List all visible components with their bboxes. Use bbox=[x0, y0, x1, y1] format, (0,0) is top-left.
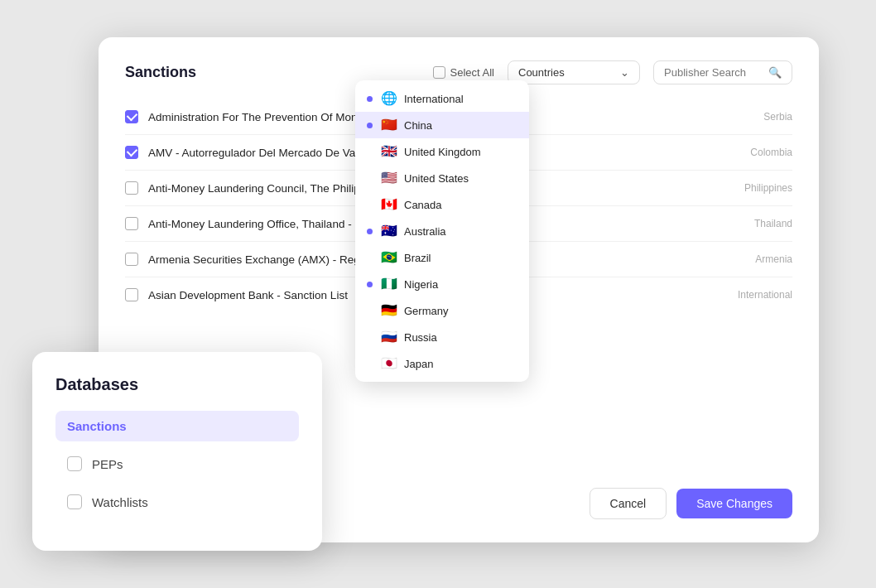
country-option[interactable]: 🇷🇺Russia bbox=[355, 324, 529, 350]
selected-indicator bbox=[367, 96, 373, 102]
countries-dropdown[interactable]: Countries ⌄ bbox=[508, 60, 640, 84]
flag-icon: 🇳🇬 bbox=[381, 277, 397, 291]
select-all-text: Select All bbox=[450, 66, 494, 79]
item-country: Philippines bbox=[726, 182, 792, 194]
chevron-down-icon: ⌄ bbox=[620, 66, 629, 79]
country-option[interactable]: 🇧🇷Brazil bbox=[355, 244, 529, 271]
flag-icon: 🇦🇺 bbox=[381, 224, 397, 238]
select-all-checkbox[interactable] bbox=[433, 66, 445, 79]
cancel-button[interactable]: Cancel bbox=[590, 488, 667, 519]
country-option[interactable]: 🇩🇪Germany bbox=[355, 297, 529, 324]
flag-icon: 🇨🇳 bbox=[381, 118, 397, 132]
item-checkbox[interactable] bbox=[125, 288, 138, 301]
flag-icon: 🇷🇺 bbox=[381, 330, 397, 344]
search-icon: 🔍 bbox=[768, 66, 782, 79]
sidebar-item-label: PEPs bbox=[92, 457, 123, 471]
country-option[interactable]: 🇳🇬Nigeria bbox=[355, 271, 529, 297]
selected-indicator bbox=[367, 229, 373, 234]
flag-icon: 🇬🇧 bbox=[381, 145, 397, 158]
country-option[interactable]: 🌐International bbox=[355, 85, 529, 112]
sidebar-item-peps[interactable]: PEPs bbox=[55, 448, 299, 480]
item-country: Colombia bbox=[726, 147, 792, 158]
sidebar-item-watchlists[interactable]: Watchlists bbox=[55, 486, 299, 518]
country-option[interactable]: 🇨🇳China bbox=[355, 112, 529, 138]
select-all-label[interactable]: Select All bbox=[433, 66, 494, 79]
sidebar-items-list: SanctionsPEPsWatchlists bbox=[55, 411, 299, 518]
item-checkbox[interactable] bbox=[125, 110, 138, 123]
country-name: United States bbox=[404, 172, 469, 185]
modal-title: Sanctions bbox=[125, 64, 196, 81]
selected-indicator bbox=[367, 282, 373, 287]
item-checkbox[interactable] bbox=[125, 146, 138, 159]
item-country: Armenia bbox=[726, 253, 792, 265]
databases-sidebar: Databases SanctionsPEPsWatchlists bbox=[32, 352, 322, 551]
country-name: United Kingdom bbox=[404, 146, 481, 158]
sidebar-title: Databases bbox=[55, 375, 299, 394]
flag-icon: 🌐 bbox=[381, 92, 397, 105]
sidebar-item-label: Sanctions bbox=[67, 419, 127, 433]
item-checkbox[interactable] bbox=[125, 217, 138, 230]
sidebar-checkbox[interactable] bbox=[67, 494, 82, 509]
save-changes-button[interactable]: Save Changes bbox=[676, 489, 792, 518]
item-checkbox[interactable] bbox=[125, 181, 138, 195]
country-option[interactable]: 🇬🇧United Kingdom bbox=[355, 138, 529, 165]
countries-label: Countries bbox=[518, 66, 565, 79]
country-name: Canada bbox=[404, 199, 442, 211]
countries-dropdown-popup: 🌐International🇨🇳China🇬🇧United Kingdom🇺🇸U… bbox=[355, 80, 529, 382]
item-country: International bbox=[726, 289, 792, 301]
sidebar-item-label: Watchlists bbox=[92, 495, 148, 509]
flag-icon: 🇨🇦 bbox=[381, 198, 397, 211]
country-name: Germany bbox=[404, 305, 448, 317]
country-name: Russia bbox=[404, 331, 437, 344]
spacer bbox=[367, 361, 373, 367]
spacer bbox=[367, 202, 373, 208]
publisher-search-input[interactable] bbox=[664, 66, 763, 79]
country-option[interactable]: 🇯🇵Japan bbox=[355, 350, 529, 377]
country-name: Brazil bbox=[404, 252, 431, 264]
scene: Sanctions Select All Countries ⌄ 🔍 Admin… bbox=[32, 21, 844, 567]
spacer bbox=[367, 308, 373, 314]
country-name: Australia bbox=[404, 225, 446, 238]
country-name: China bbox=[404, 119, 432, 132]
country-option[interactable]: 🇨🇦Canada bbox=[355, 191, 529, 218]
sidebar-checkbox[interactable] bbox=[67, 456, 82, 471]
sidebar-item-sanctions[interactable]: Sanctions bbox=[55, 411, 299, 441]
flag-icon: 🇧🇷 bbox=[381, 251, 397, 264]
country-name: International bbox=[404, 93, 464, 105]
spacer bbox=[367, 255, 373, 261]
item-country: Thailand bbox=[726, 218, 792, 229]
flag-icon: 🇩🇪 bbox=[381, 304, 397, 317]
flag-icon: 🇺🇸 bbox=[381, 171, 397, 185]
spacer bbox=[367, 335, 373, 340]
country-option[interactable]: 🇺🇸United States bbox=[355, 165, 529, 191]
publisher-search-box[interactable]: 🔍 bbox=[653, 60, 792, 84]
item-checkbox[interactable] bbox=[125, 253, 138, 266]
country-option[interactable]: 🇦🇺Australia bbox=[355, 218, 529, 244]
spacer bbox=[367, 149, 373, 155]
country-name: Nigeria bbox=[404, 278, 438, 291]
flag-icon: 🇯🇵 bbox=[381, 357, 397, 370]
country-name: Japan bbox=[404, 358, 433, 370]
spacer bbox=[367, 176, 373, 181]
selected-indicator bbox=[367, 123, 373, 128]
item-country: Serbia bbox=[726, 111, 792, 123]
